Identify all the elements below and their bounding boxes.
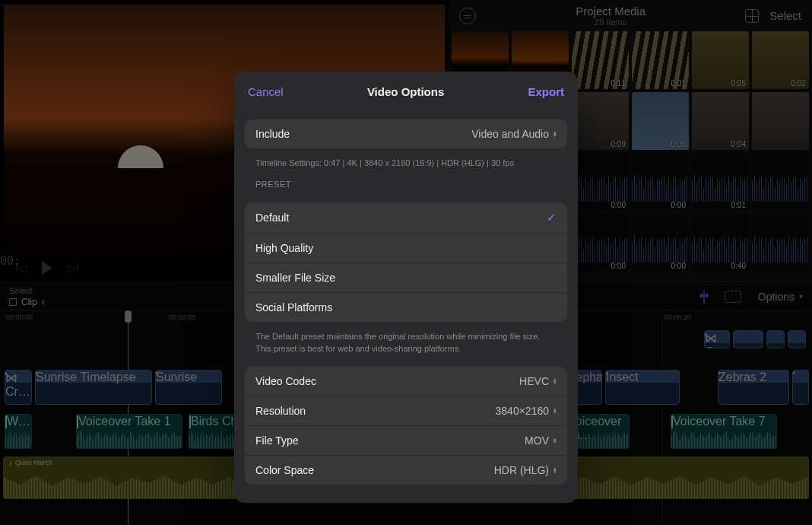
export-button[interactable]: Export: [528, 85, 564, 98]
setting-row[interactable]: Resolution3840×2160▴▾: [245, 396, 567, 426]
setting-row[interactable]: File TypeMOV▴▾: [245, 426, 567, 456]
preset-option[interactable]: Social Platforms: [245, 293, 567, 322]
chevron-updown-icon: ▴▾: [553, 131, 557, 137]
preset-option[interactable]: Smaller File Size: [245, 263, 567, 293]
preset-section-header: PRESET: [245, 169, 567, 192]
cancel-button[interactable]: Cancel: [248, 85, 284, 98]
chevron-updown-icon: ▴▾: [553, 467, 557, 473]
checkmark-icon: ✓: [547, 211, 557, 224]
chevron-updown-icon: ▴▾: [553, 438, 557, 444]
timeline-settings-text: Timeline Settings: 0:47 | 4K | 3840 x 21…: [245, 153, 567, 169]
dialog-title: Video Options: [284, 85, 528, 98]
preset-option[interactable]: High Quality: [245, 234, 567, 263]
chevron-updown-icon: ▴▾: [553, 378, 557, 384]
include-row[interactable]: Include Video and Audio ▴▾: [245, 119, 567, 148]
preset-option[interactable]: Default✓: [245, 202, 567, 234]
setting-row[interactable]: Color SpaceHDR (HLG)▴▾: [245, 456, 567, 485]
video-options-dialog: Cancel Video Options Export Include Vide…: [234, 72, 578, 503]
chevron-updown-icon: ▴▾: [553, 408, 557, 414]
setting-row[interactable]: Video CodecHEVC▴▾: [245, 367, 567, 396]
preset-description: The Default preset maintains the origina…: [245, 326, 567, 355]
